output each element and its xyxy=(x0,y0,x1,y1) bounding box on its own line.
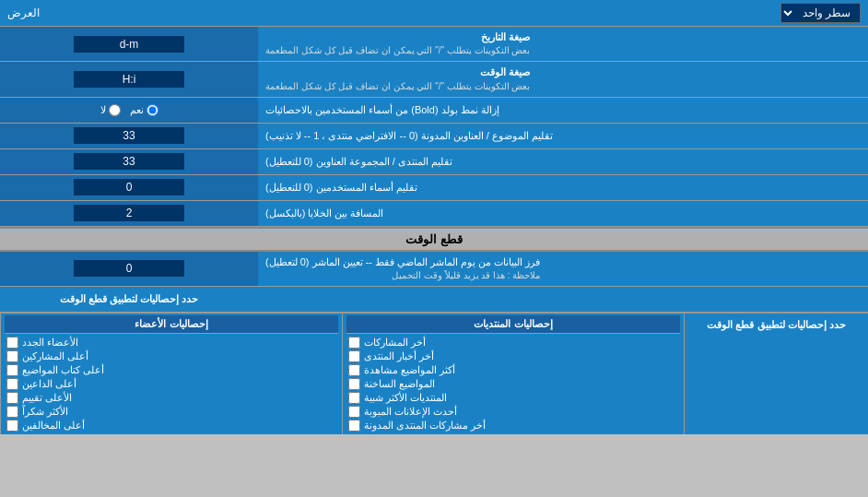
cb-top-writers: أعلى كتاب المواضيع xyxy=(5,363,338,377)
cb-similar-forums-input[interactable] xyxy=(348,392,360,404)
usernames-limit-row: تقليم أسماء المستخدمين (0 للتعطيل) xyxy=(0,175,868,201)
cb-last-posts-input[interactable] xyxy=(348,337,360,349)
date-format-row: صيغة التاريخ بعض التكوينات يتطلب "/" الت… xyxy=(0,27,868,62)
cb-top-posters: أعلى المشاركين xyxy=(5,349,338,363)
space-cells-input-wrapper xyxy=(0,201,258,226)
usernames-limit-input[interactable] xyxy=(74,179,184,195)
stats-apply-row: حدد إحصاليات لتطبيق قطع الوقت xyxy=(0,287,868,313)
cb-most-viewed-input[interactable] xyxy=(348,364,360,376)
bold-remove-row: إزالة نمط بولد (Bold) من أسماء المستخدمي… xyxy=(0,98,868,124)
checkboxes-area: حدد إحصاليات لتطبيق قطع الوقت إحصاليات ا… xyxy=(0,313,868,434)
cb-most-thanked-input[interactable] xyxy=(6,406,18,418)
display-select[interactable]: سطر واحد سطران ثلاثة أسطر xyxy=(780,3,861,23)
bold-remove-label: إزالة نمط بولد (Bold) من أسماء المستخدمي… xyxy=(258,98,868,123)
cutoff-input[interactable] xyxy=(74,260,184,277)
bold-no-label[interactable]: لا xyxy=(100,104,121,116)
topics-limit-row: تقليم الموضوع / العناوين المدونة (0 -- ا… xyxy=(0,124,868,149)
bold-remove-radio-wrapper: نعم لا xyxy=(0,98,258,123)
forum-topics-limit-row: تقليم المنتدى / المجموعة العناوين (0 للت… xyxy=(0,149,868,175)
cb-hot-topics: المواضيع الساخنة xyxy=(346,377,680,391)
topics-limit-input-wrapper xyxy=(0,124,258,148)
cutoff-label: فرز البيانات من يوم الماشر الماضي فقط --… xyxy=(258,252,868,286)
stats-col-members: إحصاليات الأعضاء الأعضاء الجدد أعلى المش… xyxy=(0,314,342,434)
cb-similar-forums: المنتديات الأكثر شبية xyxy=(346,391,680,405)
stats-col-members-header: إحصاليات الأعضاء xyxy=(5,315,338,334)
cb-forum-last-posts: أخر مشاركات المنتدى المدونة xyxy=(346,419,680,432)
cutoff-section-header: قطع الوقت xyxy=(0,227,868,252)
cb-top-writers-input[interactable] xyxy=(6,364,18,376)
usernames-limit-label: تقليم أسماء المستخدمين (0 للتعطيل) xyxy=(258,175,868,200)
cutoff-input-wrapper xyxy=(0,252,258,286)
bold-yes-label[interactable]: نعم xyxy=(130,104,158,116)
space-cells-label: المسافة بين الخلايا (بالبكسل) xyxy=(258,201,868,226)
cb-most-thanked: الأكثر شكراً xyxy=(5,405,338,419)
cb-top-callers-input[interactable] xyxy=(6,378,18,390)
cb-top-violators: أعلى المخالفين xyxy=(5,419,338,432)
top-row: سطر واحد سطران ثلاثة أسطر العرض xyxy=(0,0,868,27)
cb-top-posters-input[interactable] xyxy=(6,350,18,362)
time-format-label: صيغة الوقت بعض التكوينات يتطلب "/" التي … xyxy=(258,62,868,96)
topics-limit-label: تقليم الموضوع / العناوين المدونة (0 -- ا… xyxy=(258,124,868,148)
forum-topics-limit-input[interactable] xyxy=(74,153,184,170)
stats-col-forums-header: إحصاليات المنتديات xyxy=(346,315,680,334)
stats-columns: إحصاليات المنتديات أخر المشاركات أخر أخب… xyxy=(0,314,684,434)
stats-apply-side-label: حدد إحصاليات لتطبيق قطع الوقت xyxy=(684,314,868,434)
stats-apply-text: حدد إحصاليات لتطبيق قطع الوقت xyxy=(60,293,198,305)
cb-latest-ads: أحدث الإعلانات المبوبة xyxy=(346,405,680,419)
forum-topics-limit-input-wrapper xyxy=(0,149,258,174)
cb-hot-topics-input[interactable] xyxy=(348,378,360,390)
cb-highest-rated: الأعلى تقييم xyxy=(5,391,338,405)
space-cells-input[interactable] xyxy=(74,205,184,221)
cb-last-posts: أخر المشاركات xyxy=(346,336,680,349)
bold-no-radio[interactable] xyxy=(109,104,121,116)
stats-col-forums: إحصاليات المنتديات أخر المشاركات أخر أخب… xyxy=(342,314,684,434)
cb-highest-rated-input[interactable] xyxy=(6,392,18,404)
date-format-input-wrapper xyxy=(0,27,258,61)
cb-forum-last-posts-input[interactable] xyxy=(348,420,360,432)
cb-top-callers: أعلى الداعين xyxy=(5,377,338,391)
top-label: العرض xyxy=(7,6,40,19)
time-format-input-wrapper xyxy=(0,62,258,96)
top-row-select-wrapper[interactable]: سطر واحد سطران ثلاثة أسطر xyxy=(780,3,861,23)
forum-topics-limit-label: تقليم المنتدى / المجموعة العناوين (0 للت… xyxy=(258,149,868,174)
cb-top-violators-input[interactable] xyxy=(6,420,18,432)
time-format-row: صيغة الوقت بعض التكوينات يتطلب "/" التي … xyxy=(0,62,868,97)
space-cells-row: المسافة بين الخلايا (بالبكسل) xyxy=(0,201,868,227)
cb-new-members: الأعضاء الجدد xyxy=(5,336,338,349)
topics-limit-input[interactable] xyxy=(74,127,184,144)
stats-apply-label xyxy=(258,287,868,312)
date-format-input[interactable] xyxy=(74,36,184,53)
cb-forum-news-input[interactable] xyxy=(348,350,360,362)
cutoff-row: فرز البيانات من يوم الماشر الماضي فقط --… xyxy=(0,252,868,287)
bold-yes-radio[interactable] xyxy=(147,104,158,116)
cb-new-members-input[interactable] xyxy=(6,337,18,349)
cb-most-viewed: أكثر المواضيع مشاهدة xyxy=(346,363,680,377)
cb-latest-ads-input[interactable] xyxy=(348,406,360,418)
usernames-limit-input-wrapper xyxy=(0,175,258,200)
cb-forum-news: أخر أخبار المنتدى xyxy=(346,349,680,363)
date-format-label: صيغة التاريخ بعض التكوينات يتطلب "/" الت… xyxy=(258,27,868,61)
time-format-input[interactable] xyxy=(74,71,184,88)
